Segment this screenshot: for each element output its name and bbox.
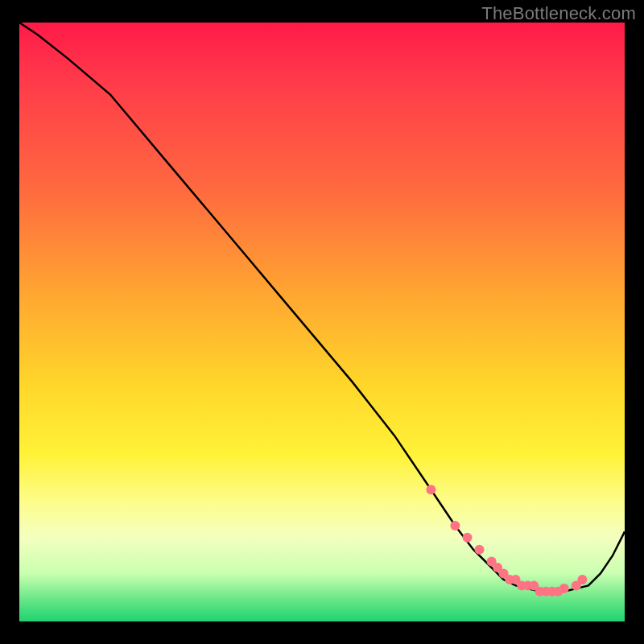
plot-area bbox=[19, 23, 625, 621]
marker-dot bbox=[426, 485, 436, 494]
chart-frame: TheBottleneck.com bbox=[0, 0, 644, 644]
marker-dots bbox=[426, 485, 587, 597]
marker-dot bbox=[450, 521, 460, 530]
marker-dot bbox=[463, 533, 473, 543]
marker-dot bbox=[577, 575, 587, 584]
watermark-text: TheBottleneck.com bbox=[481, 3, 636, 24]
marker-dot bbox=[475, 545, 485, 555]
bottleneck-curve bbox=[19, 23, 625, 592]
marker-dot bbox=[559, 584, 569, 593]
chart-svg bbox=[19, 23, 625, 621]
